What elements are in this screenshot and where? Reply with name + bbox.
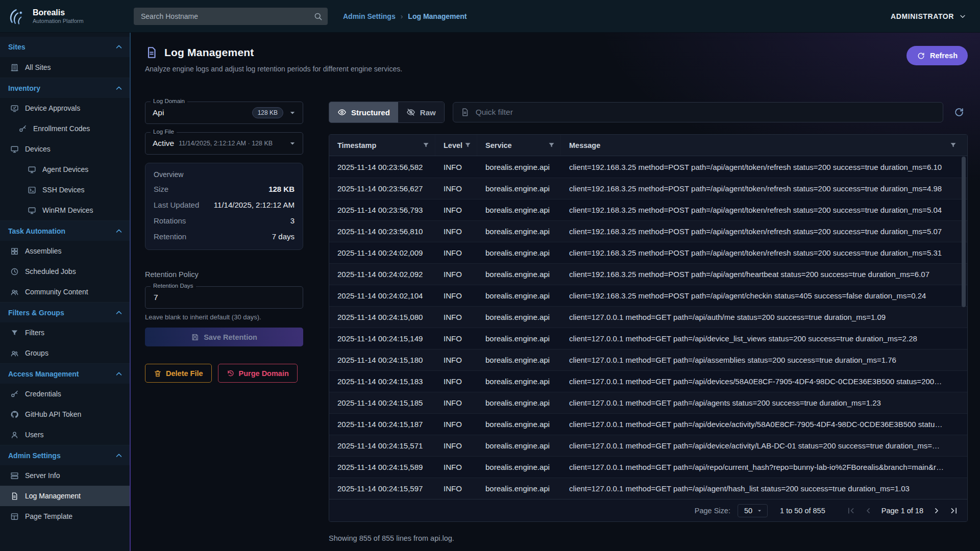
cell-level: INFO [435,356,477,364]
filter-icon[interactable] [464,141,472,149]
cell-level: INFO [435,441,477,450]
sidebar-item-server-info[interactable]: Server Info [0,465,131,486]
sidebar-item-ssh-devices[interactable]: SSH Devices [0,180,131,200]
table-row[interactable]: 2025-11-14 00:24:15,597INFOborealis.engi… [329,478,967,499]
delete-file-button[interactable]: Delete File [145,364,212,383]
cell-service: borealis.engine.api [477,484,561,493]
filter-icon[interactable] [422,141,430,149]
cell-timestamp: 2025-11-14 00:24:15,571 [329,441,435,450]
table-row[interactable]: 2025-11-14 00:24:15,149INFOborealis.engi… [329,328,967,349]
chevron-down-icon [287,108,298,118]
view-toggle: Structured Raw [329,102,445,123]
borealis-logo-icon [6,6,28,27]
breadcrumb-admin-settings[interactable]: Admin Settings [343,12,396,20]
filter-icon[interactable] [548,141,555,149]
cell-message: client=192.168.3.25 method=POST path=/ap… [561,270,967,279]
sidebar-item-assemblies[interactable]: Assemblies [0,241,131,261]
filter-icon[interactable] [949,141,957,149]
table-row[interactable]: 2025-11-14 00:24:02,009INFOborealis.engi… [329,242,967,263]
raw-view-button[interactable]: Raw [398,102,444,122]
sidebar-item-all-sites[interactable]: All Sites [0,57,131,78]
sidebar-item-page-template[interactable]: Page Template [0,506,131,527]
cell-service: borealis.engine.api [477,184,561,193]
sidebar-item-github-api-token[interactable]: GitHub API Token [0,404,131,424]
hostname-search-input[interactable] [140,12,313,21]
device-check-icon [10,104,19,113]
last-page-button[interactable] [949,506,959,516]
sidebar-section-access-management[interactable]: Access Management [0,363,131,384]
sidebar-item-winrm-devices[interactable]: WinRM Devices [0,200,131,220]
sidebar-nav: SitesAll SitesInventoryDevice ApprovalsE… [0,33,131,551]
table-row[interactable]: 2025-11-14 00:24:15,589INFOborealis.engi… [329,456,967,478]
user-icon [10,431,19,439]
table-row[interactable]: 2025-11-14 00:24:02,104INFOborealis.engi… [329,285,967,306]
sidebar-item-log-management[interactable]: Log Management [0,486,131,506]
cell-level: INFO [435,184,477,193]
sidebar-item-devices[interactable]: Devices [0,139,131,159]
refresh-button[interactable]: Refresh [906,46,968,65]
save-retention-button[interactable]: Save Retention [145,328,303,346]
cell-level: INFO [435,248,477,257]
page-title: Log Management [164,46,254,59]
sidebar-item-users[interactable]: Users [0,424,131,445]
cell-message: client=127.0.0.1 method=GET path=/api/de… [561,377,967,386]
table-row[interactable]: 2025-11-14 00:24:15,080INFOborealis.engi… [329,306,967,328]
cell-message: client=127.0.0.1 method=GET path=/api/re… [561,463,967,471]
table-row[interactable]: 2025-11-14 00:24:02,092INFOborealis.engi… [329,263,967,285]
cell-service: borealis.engine.api [477,227,561,236]
scrollbar-thumb[interactable] [962,157,966,307]
quick-filter-input[interactable] [475,107,936,117]
cell-timestamp: 2025-11-14 00:23:56,582 [329,163,435,171]
table-row[interactable]: 2025-11-14 00:23:56,810INFOborealis.engi… [329,220,967,242]
sidebar-item-filters[interactable]: Filters [0,322,131,343]
quick-filter[interactable] [453,102,943,122]
log-domain-label: Log Domain [151,98,187,104]
log-file-select[interactable]: Log File Active 11/14/2025, 2:12:12 AM ·… [145,132,303,155]
sidebar-section-admin-settings[interactable]: Admin Settings [0,445,131,465]
sidebar-item-enrollment-codes[interactable]: Enrollment Codes [0,118,131,139]
cell-timestamp: 2025-11-14 00:24:02,009 [329,248,435,257]
overview-row-size: Size128 KB [154,181,295,197]
monitor-icon [28,165,36,174]
funnel-icon [10,329,19,337]
sidebar-item-scheduled-jobs[interactable]: Scheduled Jobs [0,261,131,282]
table-row[interactable]: 2025-11-14 00:24:15,571INFOborealis.engi… [329,435,967,456]
table-row[interactable]: 2025-11-14 00:23:56,793INFOborealis.engi… [329,199,967,220]
log-domain-select[interactable]: Log Domain Api 128 KB [145,102,303,124]
sidebar-item-device-approvals[interactable]: Device Approvals [0,98,131,118]
purge-domain-button[interactable]: Purge Domain [218,364,298,383]
next-page-button[interactable] [932,506,942,516]
sidebar-section-task-automation[interactable]: Task Automation [0,220,131,241]
page-size-select[interactable]: 50 [738,504,768,517]
github-icon [10,410,19,419]
table-row[interactable]: 2025-11-14 00:24:15,185INFOborealis.engi… [329,392,967,413]
cell-service: borealis.engine.api [477,248,561,257]
previous-page-button[interactable] [863,506,873,516]
cell-level: INFO [435,334,477,343]
first-page-button[interactable] [846,506,856,516]
sidebar-item-agent-devices[interactable]: Agent Devices [0,159,131,180]
retention-days-field[interactable]: Retention Days [145,286,303,309]
log-icon [145,46,158,59]
table-refresh-button[interactable] [950,104,968,121]
structured-view-button[interactable]: Structured [329,102,398,122]
purge-icon [227,369,235,378]
cell-service: borealis.engine.api [477,291,561,300]
hostname-search[interactable] [134,8,328,25]
sidebar-item-community-content[interactable]: Community Content [0,282,131,302]
sidebar-item-credentials[interactable]: Credentials [0,384,131,404]
table-row[interactable]: 2025-11-14 00:24:15,180INFOborealis.engi… [329,349,967,370]
table-row[interactable]: 2025-11-14 00:23:56,627INFOborealis.engi… [329,178,967,199]
sidebar-item-groups[interactable]: Groups [0,343,131,363]
clock-icon [10,267,19,276]
sidebar-section-sites[interactable]: Sites [0,37,131,57]
retention-days-input[interactable] [153,292,298,303]
table-scrollbar[interactable] [962,157,966,498]
table-row[interactable]: 2025-11-14 00:24:15,183INFOborealis.engi… [329,370,967,392]
table-row[interactable]: 2025-11-14 00:24:15,187INFOborealis.engi… [329,413,967,435]
sidebar-section-inventory[interactable]: Inventory [0,78,131,98]
user-menu[interactable]: ADMINISTRATOR [891,12,980,20]
sidebar-section-filters-groups[interactable]: Filters & Groups [0,302,131,322]
table-row[interactable]: 2025-11-14 00:23:56,582INFOborealis.engi… [329,156,967,178]
breadcrumb-log-management[interactable]: Log Management [408,12,467,20]
